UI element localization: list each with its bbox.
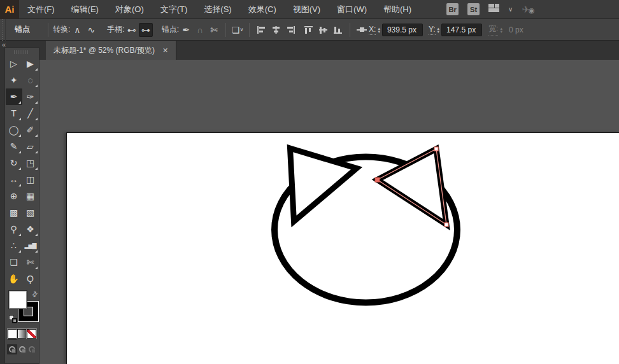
draw-normal-button[interactable] (7, 344, 17, 354)
close-tab-icon[interactable]: ✕ (162, 46, 168, 55)
draw-inside-button[interactable] (27, 344, 37, 354)
scale-tool[interactable]: ◳ (22, 155, 39, 171)
convert-to-corner-icon[interactable]: ∧ (70, 23, 84, 37)
menu-view[interactable]: 视图(V) (285, 0, 329, 19)
eyedropper-tool[interactable]: ⚲ (6, 221, 22, 237)
magic-wand-tool[interactable]: ✦ (6, 72, 22, 88)
hand-tool[interactable]: ✋ (6, 270, 22, 287)
align-v-center-icon[interactable] (318, 25, 329, 35)
lasso-tool[interactable]: ◌ (22, 72, 39, 88)
slice-tool[interactable]: ✄ (22, 254, 39, 270)
gradient-tool[interactable]: ▧ (22, 204, 39, 221)
separator (225, 23, 226, 37)
perspective-grid-tool[interactable]: ▦ (22, 188, 39, 204)
eraser-tool[interactable]: ▱ (22, 138, 39, 155)
zoom-tool[interactable]: Ϙ (22, 270, 39, 287)
tools-grid: ▷ ▶ ✦ ◌ ✒ ✑ T ╱ ◯ ✐ ✎ ▱ ↻ ◳ ↔ ◫ ⊕ ▦ ▩ ▧ (5, 55, 39, 287)
bridge-button[interactable]: Br (446, 3, 459, 15)
menu-help[interactable]: 帮助(H) (375, 0, 420, 19)
artwork-svg (39, 60, 619, 364)
menu-object[interactable]: 对象(O) (107, 0, 152, 19)
control-bar: 锚点 转换: ∧ ∿ 手柄: ⊷ ⊶ 锚点: ✒ ∩ ✄ ❏∨ X: ▴▾ 93… (0, 19, 619, 41)
rotate-tool[interactable]: ↻ (6, 155, 22, 171)
workspace-switcher-icon[interactable] (488, 4, 499, 15)
document-tab[interactable]: 未标题-1* @ 52% (RGB/预览) ✕ (46, 41, 176, 60)
anchor-point-top[interactable] (434, 147, 438, 151)
pen-tool[interactable]: ✒ (6, 88, 22, 105)
swap-fill-stroke-icon[interactable]: ⇄ (30, 290, 40, 300)
document-tab-bar: 未标题-1* @ 52% (RGB/预览) ✕ (39, 41, 619, 60)
draw-behind-button[interactable] (17, 344, 27, 354)
menu-bar: Ai 文件(F) 编辑(E) 对象(O) 文字(T) 选择(S) 效果(C) 视… (0, 0, 619, 19)
menu-type[interactable]: 文字(T) (152, 0, 196, 19)
blend-tool[interactable]: ❖ (22, 221, 39, 237)
default-fill-stroke-icon[interactable] (9, 315, 17, 323)
type-tool[interactable]: T (6, 105, 22, 122)
control-panel-label: 锚点 (15, 24, 30, 35)
show-handles-icon[interactable]: ⊷ (125, 23, 139, 37)
tools-panel: ▷ ▶ ✦ ◌ ✒ ✑ T ╱ ◯ ✐ ✎ ▱ ↻ ◳ ↔ ◫ ⊕ ▦ ▩ ▧ (4, 47, 39, 364)
align-h-center-icon[interactable] (271, 25, 281, 35)
direct-selection-tool[interactable]: ▶ (22, 55, 39, 72)
pencil-tool[interactable]: ✎ (6, 138, 22, 155)
color-button[interactable] (8, 328, 17, 340)
stock-button[interactable]: St (467, 3, 480, 15)
separator (350, 23, 350, 37)
connect-path-icon[interactable]: ∩ (193, 23, 207, 37)
x-input[interactable]: 939.5 px (382, 24, 423, 36)
width-tool[interactable]: ↔ (6, 171, 22, 188)
paintbrush-tool[interactable]: ✐ (22, 122, 39, 138)
curvature-tool[interactable]: ✑ (22, 88, 39, 105)
anchor-point-icon (355, 23, 369, 37)
x-label: X: (369, 25, 376, 35)
fill-swatch[interactable] (9, 291, 27, 309)
remove-anchor-icon[interactable]: ✒ (179, 23, 193, 37)
shape-builder-tool[interactable]: ⊕ (6, 188, 22, 204)
handles-label: 手柄: (107, 24, 124, 35)
hide-handles-icon[interactable]: ⊶ (139, 23, 153, 37)
free-transform-tool[interactable]: ◫ (22, 171, 39, 188)
width-stepper: ▴▾ (500, 27, 502, 33)
align-left-icon[interactable] (256, 25, 267, 35)
document-title: 未标题-1* @ 52% (RGB/预览) (53, 45, 155, 56)
separator (48, 23, 48, 37)
control-bar-grip[interactable] (0, 19, 6, 41)
artboard-options-icon[interactable]: ❏∨ (231, 23, 245, 37)
workspace-chevron-icon[interactable]: ∨ (508, 6, 513, 13)
app-logo: Ai (0, 0, 19, 19)
width-input: 0 px (504, 24, 530, 36)
fill-stroke-control: ⇄ (5, 290, 39, 325)
symbol-sprayer-tool[interactable]: ∴ (6, 237, 22, 254)
convert-label: 转换: (53, 24, 70, 35)
selection-tool[interactable]: ▷ (6, 55, 22, 72)
convert-to-smooth-icon[interactable]: ∿ (84, 23, 98, 37)
ellipse-tool[interactable]: ◯ (6, 122, 22, 138)
artboard-tool[interactable]: ❏ (6, 254, 22, 270)
menu-select[interactable]: 选择(S) (196, 0, 239, 19)
align-top-icon[interactable] (303, 25, 314, 35)
separator (249, 23, 250, 37)
align-right-icon[interactable] (285, 25, 296, 35)
gpu-performance-icon[interactable]: ✈◉ (522, 4, 533, 15)
y-input[interactable]: 147.5 px (441, 24, 482, 36)
none-button[interactable] (27, 328, 36, 340)
menu-edit[interactable]: 编辑(E) (63, 0, 107, 19)
anchor-point-bottom[interactable] (445, 223, 448, 227)
gradient-button[interactable] (17, 328, 27, 340)
canvas-area[interactable] (39, 60, 619, 364)
align-bottom-icon[interactable] (332, 25, 343, 35)
menu-window[interactable]: 窗口(W) (329, 0, 375, 19)
y-stepper[interactable]: ▴▾ (438, 27, 440, 33)
x-stepper[interactable]: ▴▾ (378, 27, 380, 33)
column-graph-tool[interactable]: ▂▅▇ (22, 237, 39, 254)
mesh-tool[interactable]: ▩ (6, 204, 22, 221)
anchor-point-left-selected[interactable] (375, 178, 380, 182)
menu-effect[interactable]: 效果(C) (240, 0, 285, 19)
menu-file[interactable]: 文件(F) (19, 0, 63, 19)
workspace: « 未标题-1* @ 52% (RGB/预览) ✕ (0, 41, 619, 364)
line-segment-tool[interactable]: ╱ (22, 105, 39, 122)
cut-path-icon[interactable]: ✄ (207, 23, 221, 37)
tools-panel-grip[interactable] (5, 48, 39, 55)
anchors-label: 锚点: (162, 24, 179, 35)
paint-style-buttons (5, 326, 39, 341)
